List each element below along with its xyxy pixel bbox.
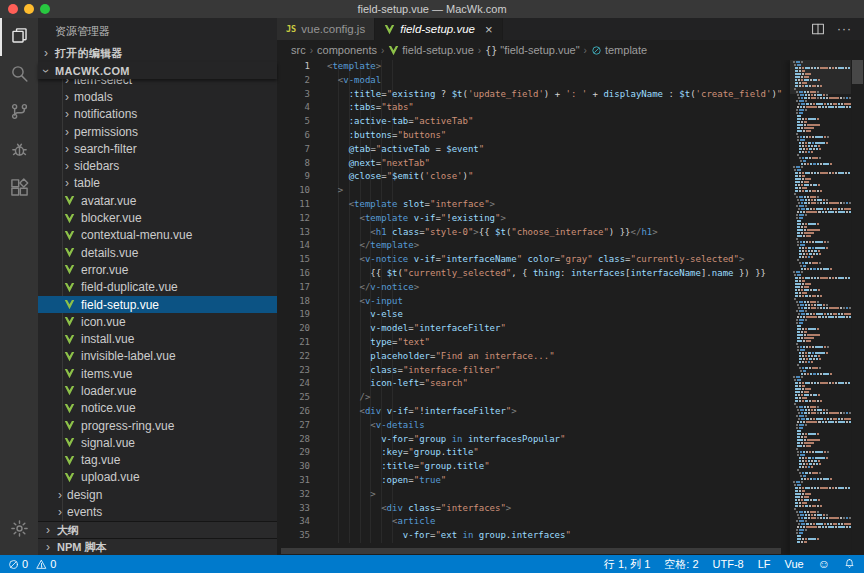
tree-item-invisible-label-vue[interactable]: invisible-label.vue [38,348,277,365]
tree-item-tag-vue[interactable]: tag.vue [38,452,277,469]
line-number: 1 [277,60,310,74]
eol[interactable]: LF [758,558,771,570]
vertical-scrollbar-thumb[interactable] [852,60,863,84]
line-number: 14 [277,239,310,253]
tree-item-modals[interactable]: ›modals [38,88,277,105]
tree-item-search-filter[interactable]: ›search-filter [38,140,277,157]
breadcrumb-item-src[interactable]: src [291,44,306,56]
line-number: 23 [277,364,310,378]
tree-item-upload-vue[interactable]: upload.vue [38,469,277,486]
file-name: details.vue [81,246,138,260]
status-bar: 00 行 1, 列 1空格: 2UTF-8LFVue☺ [0,555,864,573]
activity-item-explorer[interactable] [0,18,38,56]
line-number: 5 [277,115,310,129]
window-title: field-setup.vue — MacWk.com [357,3,506,15]
breadcrumb-item-template[interactable]: template [591,44,647,56]
vertical-scrollbar[interactable] [851,60,864,555]
activity-item-source-control[interactable] [0,94,38,132]
tree-item-signal-vue[interactable]: signal.vue [38,434,277,451]
code-line: @tab="activeTab = $event" [327,143,864,157]
cursor-position[interactable]: 行 1, 列 1 [604,557,650,572]
tab-vue-config-js[interactable]: JSvue.config.js [277,18,375,40]
file-name: upload.vue [81,470,140,484]
symbol-template-icon [591,45,602,56]
activity-item-search[interactable] [0,56,38,94]
vue-file-icon [64,403,75,414]
close-tab-icon[interactable]: × [485,23,493,36]
more-actions-button[interactable]: ··· [837,22,852,36]
title-bar: field-setup.vue — MacWk.com [0,0,864,18]
split-editor-button[interactable] [811,22,825,36]
line-number: 35 [277,529,310,543]
problems-status[interactable]: 00 [8,558,56,570]
code-editor[interactable]: 1234567891011121314151617181920212223242… [277,60,864,555]
tree-item-details-vue[interactable]: details.vue [38,244,277,261]
editor-actions: ··· [811,18,864,40]
vue-file-icon [64,455,75,466]
indent-guide [360,60,361,543]
tree-item-design[interactable]: ›design [38,486,277,503]
settings-icon [10,519,29,542]
tab-field-setup-vue[interactable]: field-setup.vue× [375,18,502,40]
vue-file-icon [64,299,75,310]
file-name: loader.vue [81,384,136,398]
chevron-right-icon: › [62,144,72,154]
chevron-down-icon: › [41,66,51,76]
encoding[interactable]: UTF-8 [713,558,744,570]
tree-item-field-setup-vue[interactable]: field-setup.vue [38,296,277,313]
code-line: <template> [327,60,864,74]
vue-file-icon [64,316,75,327]
tree-item-avatar-vue[interactable]: avatar.vue [38,192,277,209]
warning-icon [36,559,47,570]
close-window-button[interactable] [8,4,18,14]
tree-item-icon-vue[interactable]: icon.vue [38,313,277,330]
open-editors-label: 打开的编辑器 [55,46,123,61]
tree-item-item-select[interactable]: ›item-select [38,79,277,88]
indent-guide [338,60,339,543]
open-editors-section[interactable]: › 打开的编辑器 [38,44,277,62]
vue-file-icon [64,264,75,275]
tree-item-notice-vue[interactable]: notice.vue [38,400,277,417]
activity-bar [0,18,38,555]
code-line: </template> [327,239,864,253]
tree-item-table[interactable]: ›table [38,175,277,192]
tree-item-events[interactable]: ›events [38,503,277,520]
language-mode[interactable]: Vue [785,558,804,570]
notifications-bell-icon[interactable] [844,558,856,570]
code-line: <template v-if="!existing"> [327,212,864,226]
tree-item-sidebars[interactable]: ›sidebars [38,157,277,174]
workspace-root-section[interactable]: › MACWK.COM [38,62,277,79]
folder-name: events [67,505,102,519]
horizontal-scrollbar-thumb[interactable] [281,548,781,554]
tree-item-install-vue[interactable]: install.vue [38,330,277,347]
minimize-window-button[interactable] [24,4,34,14]
feedback-smiley-icon[interactable]: ☺ [818,558,830,570]
code-line: :open="true" [327,474,864,488]
tree-item-field-duplicate-vue[interactable]: field-duplicate.vue [38,279,277,296]
breadcrumb-item-components[interactable]: components [317,44,377,56]
npm-scripts-section[interactable]: › NPM 脚本 [38,538,277,555]
file-name: blocker.vue [81,211,142,225]
tree-item-notifications[interactable]: ›notifications [38,106,277,123]
braces-icon: {} [485,45,497,56]
breadcrumb-item-field-setup-vue[interactable]: field-setup.vue [388,44,474,56]
tree-item-contextual-menu-vue[interactable]: contextual-menu.vue [38,227,277,244]
activity-item-debug[interactable] [0,132,38,170]
tree-item-loader-vue[interactable]: loader.vue [38,382,277,399]
activity-item-extensions[interactable] [0,170,38,208]
line-number: 22 [277,350,310,364]
zoom-window-button[interactable] [40,4,50,14]
activity-item-settings[interactable] [0,511,38,549]
tree-item-permissions[interactable]: ›permissions [38,123,277,140]
code-line: <template slot="interface"> [327,198,864,212]
breadcrumb-item--field-setup-vue-[interactable]: {}"field-setup.vue" [485,44,579,56]
tree-item-error-vue[interactable]: error.vue [38,261,277,278]
indentation[interactable]: 空格: 2 [664,557,698,572]
tree-item-blocker-vue[interactable]: blocker.vue [38,209,277,226]
outline-section[interactable]: › 大纲 [38,521,277,538]
minimap[interactable] [790,60,851,555]
tree-item-items-vue[interactable]: items.vue [38,365,277,382]
file-name: invisible-label.vue [81,349,176,363]
tree-item-progress-ring-vue[interactable]: progress-ring.vue [38,417,277,434]
code-line: @next="nextTab" [327,157,864,171]
